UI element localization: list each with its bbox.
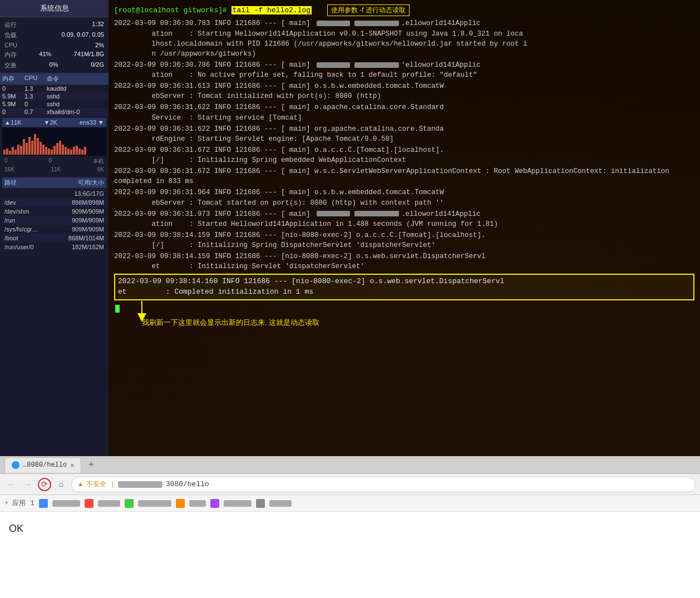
sidebar: 系统信息 运行 1:32 负载 0.09, 0.07, 0.05 CPU 2% …: [0, 0, 109, 456]
disk-section: 路径 可用/大小 13.6G/17G /dev 898M/898M /dev/s…: [0, 175, 109, 254]
apps-label: ⚡ 应用: [4, 498, 26, 508]
log-line: 2022-03-09 09:36:30.786 INFO 121686 --- …: [114, 60, 694, 80]
bookmark-blurred: [224, 500, 252, 507]
cpu-value: 2%: [95, 42, 104, 48]
command-line: [root@localhost gitworks]# tail -f hello…: [114, 4, 694, 16]
terminal-area: [root@localhost gitworks]# tail -f hello…: [109, 0, 700, 456]
bookmark-blurred: [138, 500, 171, 507]
col-mem: 内存: [2, 75, 24, 83]
network-section: ▲11K ▼2K ens33 ▼: [0, 116, 109, 175]
forward-button[interactable]: →: [21, 478, 34, 491]
log-line: 2022-03-09 09:36:31.973 INFO 121686 --- …: [114, 209, 694, 229]
col-cmd: 命令: [47, 75, 106, 83]
mem-value: 741M/1.8G: [74, 51, 104, 59]
cpu-label: CPU: [4, 42, 17, 48]
disk-row: /dev 898M/898M: [2, 198, 106, 207]
arrow-svg: [114, 301, 181, 323]
bottom-annotation: 我刷新一下这里就会显示出新的日志来, 这就是动态读取: [114, 318, 694, 328]
net-right-label: 本机: [93, 157, 104, 165]
table-row: 5.9M 0 sshd: [0, 100, 109, 108]
col-cpu: CPU: [24, 75, 47, 83]
log-line: 2022-03-09 09:36:31.622 INFO 121686 --- …: [114, 124, 694, 144]
bookmark-item[interactable]: [176, 499, 185, 508]
uptime-label: 运行: [4, 21, 17, 29]
bookmark-item[interactable]: [39, 499, 48, 508]
mem-percent: 41%: [39, 51, 51, 59]
last-log-line: 2022-03-09 09:38:14.160 INFO 121686 --- …: [114, 274, 694, 300]
url-text: 3080/hello: [166, 480, 209, 488]
bookmark-item[interactable]: [125, 499, 134, 508]
terminal-content[interactable]: [root@localhost gitworks]# tail -f hello…: [109, 0, 700, 456]
security-warning-icon: ▲ 不安全 |: [78, 480, 115, 489]
net-up: ▲11K: [4, 119, 21, 126]
uptime-value: 1:32: [92, 21, 104, 29]
swap-label: 交换: [4, 61, 17, 70]
disk-row: /sys/fs/cgr… 909M/909M: [2, 225, 106, 234]
page-content: OK: [0, 512, 700, 598]
sidebar-title: 系统信息: [0, 0, 109, 17]
net-iface[interactable]: ens33 ▼: [80, 119, 104, 126]
bookmark-number: 1: [30, 500, 34, 507]
uptime-section: 运行 1:32 负载 0.09, 0.07, 0.05 CPU 2% 内存 41…: [0, 17, 109, 73]
log-line: 2022-03-09 09:38:14.159 INFO 121686 --- …: [114, 251, 694, 271]
bookmark-item[interactable]: [256, 499, 265, 508]
bookmark-blurred: [52, 500, 80, 507]
mem-label: 内存: [4, 51, 17, 59]
load-label: 负载: [4, 31, 17, 39]
bookmark-item[interactable]: [85, 499, 93, 508]
log-line: 2022-03-09 09:36:31.622 INFO 121686 --- …: [114, 102, 694, 122]
tab-label: …8080/hello: [23, 461, 67, 469]
refresh-button[interactable]: ⟳: [38, 478, 51, 491]
url-blurred-part: [118, 481, 162, 488]
net-labels: 00 本机: [2, 157, 106, 166]
bookmarks-bar: ⚡ 应用 1: [0, 495, 700, 512]
net-header: ▲11K ▼2K ens33 ▼: [2, 118, 106, 127]
new-tab-button[interactable]: +: [83, 459, 98, 471]
disk-header: 路径 可用/大小: [2, 177, 106, 188]
network-graph: [2, 128, 106, 156]
disk-path-label: 路径: [4, 179, 17, 187]
tab-close-button[interactable]: ✕: [70, 461, 74, 469]
bookmark-blurred: [189, 500, 206, 507]
browser-tabs: 🌐 …8080/hello ✕ +: [0, 456, 700, 474]
log-line: 2022-03-09 09:36:31.672 INFO 121686 --- …: [114, 145, 694, 165]
swap-value: 0/2G: [91, 61, 104, 70]
browser-tab-active[interactable]: 🌐 …8080/hello ✕: [4, 457, 81, 473]
swap-percent: 0%: [50, 61, 58, 70]
terminal-prompt: [root@localhost gitworks]#: [114, 6, 227, 14]
disk-row: /run 909M/909M: [2, 216, 106, 225]
home-button[interactable]: ⌂: [55, 478, 68, 491]
table-row: 5.9M 1.3 sshd: [0, 92, 109, 100]
browser-area: 🌐 …8080/hello ✕ + ← → ⟳ ⌂ ▲ 不安全 | 3080/h…: [0, 456, 700, 598]
disk-row: /dev/shm 909M/909M: [2, 207, 106, 216]
address-bar[interactable]: ▲ 不安全 | 3080/hello: [71, 477, 696, 492]
log-line: 2022-03-09 09:36:31.613 INFO 121686 --- …: [114, 81, 694, 101]
log-line: 2022-03-09 09:36:30.783 INFO 121686 --- …: [114, 18, 694, 59]
disk-row: 13.6G/17G: [2, 189, 106, 198]
table-row: 0 1.3 kauditd: [0, 85, 109, 92]
log-line: 2022-03-09 09:36:31.672 INFO 121686 --- …: [114, 166, 694, 186]
net-down: ▼2K: [44, 119, 57, 126]
log-line: 2022-03-09 09:36:31.964 INFO 121686 --- …: [114, 187, 694, 207]
process-table-header: 内存 CPU 命令: [0, 73, 109, 85]
terminal-command: tail -f hello2.log: [231, 6, 312, 14]
bookmark-blurred: [269, 500, 292, 507]
browser-nav-bar: ← → ⟳ ⌂ ▲ 不安全 | 3080/hello: [0, 474, 700, 495]
load-value: 0.09, 0.07, 0.05: [62, 31, 104, 39]
disk-row: /run/user/0 182M/182M: [2, 243, 106, 251]
bookmark-blurred: [98, 500, 120, 507]
disk-size-label: 可用/大小: [78, 179, 104, 187]
table-row: 0 0.7 xfsaild/dm-0: [0, 108, 109, 116]
command-annotation: 使用参数 -f 进行动态读取: [327, 4, 410, 16]
net-scale: 16K11K6K: [2, 166, 106, 173]
back-button[interactable]: ←: [4, 478, 18, 491]
log-line: 2022-03-09 09:38:14.159 INFO 121686 --- …: [114, 230, 694, 250]
bookmark-item[interactable]: [210, 499, 219, 508]
tab-favicon: 🌐: [12, 461, 19, 469]
disk-row: /boot 868M/1014M: [2, 234, 106, 243]
ok-text: OK: [9, 523, 23, 534]
